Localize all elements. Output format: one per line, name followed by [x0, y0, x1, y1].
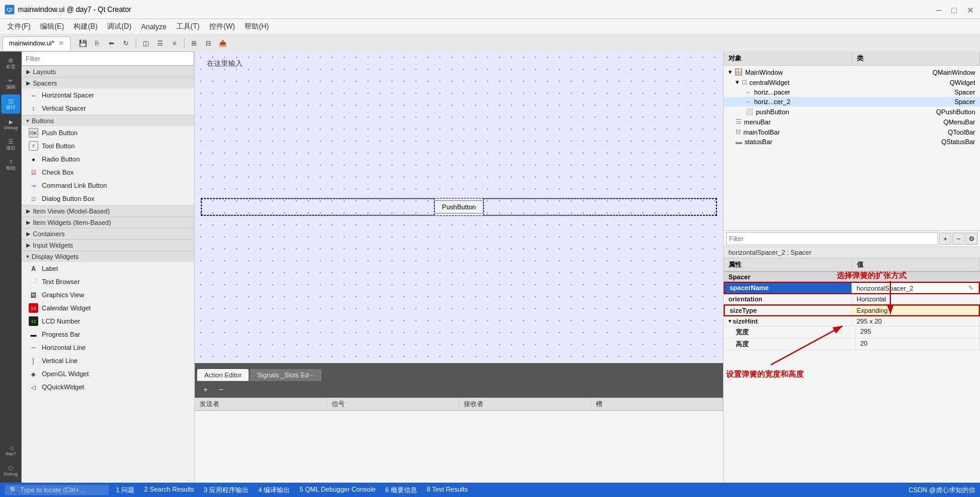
- toolbar-align-center[interactable]: ☰: [154, 36, 167, 50]
- tree-item-spacer2[interactable]: ↔ horiz...cer_2 Spacer: [724, 97, 980, 106]
- category-input-widgets[interactable]: ▶ Input Widgets: [22, 239, 194, 251]
- toolbar-save-btn[interactable]: 💾: [76, 36, 90, 50]
- right-panel: 对象 类 ▾ 🪟 MainWindow QMainWindow ▾: [723, 51, 980, 483]
- toolbar-btn-2[interactable]: ⬅: [105, 36, 118, 50]
- widget-text-browser[interactable]: 📄 Text Browser: [22, 275, 194, 288]
- toolbar-align-left[interactable]: ◫: [139, 36, 152, 50]
- remove-signal-button[interactable]: −: [215, 383, 227, 395]
- menu-help[interactable]: 帮助(H): [240, 20, 274, 33]
- props-row-orientation[interactable]: orientation Horizontal: [724, 294, 980, 304]
- item-views-label: Item Views (Model-Based): [33, 208, 110, 215]
- menu-build[interactable]: 构建(B): [69, 20, 102, 33]
- widget-lcd-number[interactable]: 42 LCD Number: [22, 315, 194, 328]
- statusbar-item-4[interactable]: 5 QML Debugger Console: [299, 486, 375, 495]
- menu-controls[interactable]: 控件(W): [204, 20, 240, 33]
- props-row-spacername[interactable]: spacerName horizontalSpacer_2 ✎: [724, 282, 980, 294]
- activity-day7[interactable]: ◁ day7: [1, 441, 20, 460]
- widget-label[interactable]: A Label: [22, 262, 194, 275]
- tree-item-statusbar[interactable]: ▬ statusBar QStatusBar: [724, 137, 980, 147]
- close-button[interactable]: ✕: [967, 5, 975, 14]
- tab-mainwindow[interactable]: mainwindow.ui* ✕: [2, 36, 71, 50]
- tree-item-menubar[interactable]: ☰ menuBar QMenuBar: [724, 117, 980, 127]
- props-minus-button[interactable]: −: [953, 233, 964, 245]
- canvas-spacer-left[interactable]: [201, 199, 434, 215]
- tree-item-toolbar[interactable]: ⊟ mainToolBar QToolBar: [724, 127, 980, 137]
- props-row-width[interactable]: 宽度 295: [724, 327, 980, 339]
- statusbar-item-5[interactable]: 6 概要信息: [385, 486, 417, 495]
- widget-opengl[interactable]: ◈ OpenGL Widget: [22, 367, 194, 380]
- widget-command-link[interactable]: ⇒ Command Link Button: [22, 179, 194, 192]
- props-filter-input[interactable]: [726, 232, 938, 245]
- props-settings-button[interactable]: ⚙: [966, 233, 978, 245]
- activity-welcome[interactable]: ⊞ 欢迎: [1, 54, 20, 73]
- statusbar-search-input[interactable]: [20, 486, 104, 493]
- tree-item-pushbutton[interactable]: ⬜ pushButton QPushButton: [724, 106, 980, 117]
- category-display-widgets[interactable]: ▾ Display Widgets: [22, 251, 194, 262]
- category-item-views[interactable]: ▶ Item Views (Model-Based): [22, 205, 194, 217]
- activity-design[interactable]: ◫ 设计: [1, 94, 20, 114]
- props-cell-spacername-value[interactable]: horizontalSpacer_2 ✎: [852, 283, 979, 293]
- canvas-pushbutton[interactable]: PushButton: [434, 200, 484, 214]
- activity-debug2[interactable]: ⬡ Debug: [1, 461, 20, 480]
- menu-file[interactable]: 文件(F): [2, 20, 35, 33]
- activity-edit[interactable]: ✏ 编辑: [1, 74, 20, 93]
- tree-item-spacer1[interactable]: ↔ horiz...pacer Spacer: [724, 87, 980, 97]
- widget-tool-button[interactable]: T Tool Button: [22, 139, 194, 153]
- statusbar-item-6[interactable]: 8 Test Results: [427, 486, 468, 495]
- statusbar-item-1[interactable]: 2 Search Results: [144, 486, 194, 495]
- widget-calendar[interactable]: 12 Calendar Widget: [22, 301, 194, 315]
- widget-vertical-spacer[interactable]: ↕ Vertical Spacer: [22, 102, 194, 115]
- toolbar-grid-2[interactable]: ⊟: [202, 36, 215, 50]
- statusbar-item-0[interactable]: 1 问题: [116, 486, 134, 495]
- category-item-widgets[interactable]: ▶ Item Widgets (Item-Based): [22, 217, 194, 228]
- statusbar-item-2[interactable]: 3 应用程序输出: [204, 486, 249, 495]
- statusbar-item-3[interactable]: 4 编译输出: [258, 486, 290, 495]
- tab-close-icon[interactable]: ✕: [59, 39, 64, 47]
- widget-push-button[interactable]: OK Push Button: [22, 126, 194, 139]
- menu-debug[interactable]: 调试(D): [102, 20, 136, 33]
- widget-check-box[interactable]: ☑ Check Box: [22, 166, 194, 179]
- help-label: 帮助: [6, 165, 16, 172]
- spacername-edit-icon[interactable]: ✎: [968, 284, 973, 292]
- widget-horizontal-spacer[interactable]: ↔ Horizontal Spacer: [22, 89, 194, 102]
- props-group-spacer[interactable]: Spacer: [724, 272, 980, 282]
- minimize-button[interactable]: ─: [936, 5, 944, 14]
- category-containers[interactable]: ▶ Containers: [22, 228, 194, 239]
- canvas-spacer-right[interactable]: [483, 199, 716, 215]
- widget-qquick[interactable]: ◁ QQuickWidget: [22, 380, 194, 394]
- category-spacers[interactable]: ▶ Spacers: [22, 77, 194, 89]
- widget-horizontal-line[interactable]: ─ Horizontal Line: [22, 341, 194, 354]
- menu-tools[interactable]: 工具(T): [172, 20, 204, 33]
- props-row-sizehint[interactable]: ▾ sizeHint 295 x 20: [724, 316, 980, 327]
- widget-progress-bar[interactable]: ▬ Progress Bar: [22, 328, 194, 341]
- toolbar-btn-1[interactable]: ⎘: [91, 36, 104, 50]
- widget-dialog-button-box[interactable]: □ Dialog Button Box: [22, 192, 194, 205]
- toolbar-grid[interactable]: ⊞: [188, 36, 201, 50]
- toolbar-align-right[interactable]: ≡: [168, 36, 181, 50]
- statusbar-search[interactable]: 🔍: [5, 485, 109, 495]
- tab-action-editor[interactable]: Action Editor: [197, 369, 249, 381]
- activity-project[interactable]: ☰ 项目: [1, 135, 20, 154]
- tree-item-centralwidget[interactable]: ▾ ⊡ centralWidget QWidget: [724, 77, 980, 87]
- filter-input[interactable]: [22, 51, 194, 66]
- widget-graphics-view[interactable]: 🖼 Graphics View: [22, 288, 194, 301]
- activity-debug[interactable]: ▶ Debug: [1, 115, 20, 134]
- add-signal-button[interactable]: +: [200, 383, 212, 395]
- widget-radio-button[interactable]: ● Radio Button: [22, 153, 194, 166]
- props-row-sizetype[interactable]: sizeType Expanding: [724, 304, 980, 316]
- props-add-button[interactable]: +: [939, 233, 951, 245]
- toolbar-export[interactable]: 📤: [216, 36, 229, 50]
- maximize-button[interactable]: □: [951, 5, 960, 14]
- widget-vertical-line[interactable]: │ Vertical Line: [22, 354, 194, 367]
- canvas-area[interactable]: 在这里输入 PushButton: [195, 51, 723, 363]
- toolbar-btn-3[interactable]: ↻: [120, 36, 133, 50]
- tab-signals-slots[interactable]: Signals _Slots Ed···: [250, 369, 321, 381]
- tree-item-mainwindow[interactable]: ▾ 🪟 MainWindow QMainWindow: [724, 67, 980, 77]
- menu-analyze[interactable]: Analyze: [136, 22, 172, 32]
- category-layouts[interactable]: ▶ Layouts: [22, 66, 194, 77]
- menu-edit[interactable]: 编辑(E): [35, 20, 69, 33]
- props-row-height[interactable]: 高度 20: [724, 339, 980, 350]
- object-tree: ▾ 🪟 MainWindow QMainWindow ▾ ⊡ centralWi…: [724, 66, 980, 230]
- activity-help[interactable]: ? 帮助: [1, 155, 20, 175]
- category-buttons[interactable]: ▾ Buttons: [22, 115, 194, 126]
